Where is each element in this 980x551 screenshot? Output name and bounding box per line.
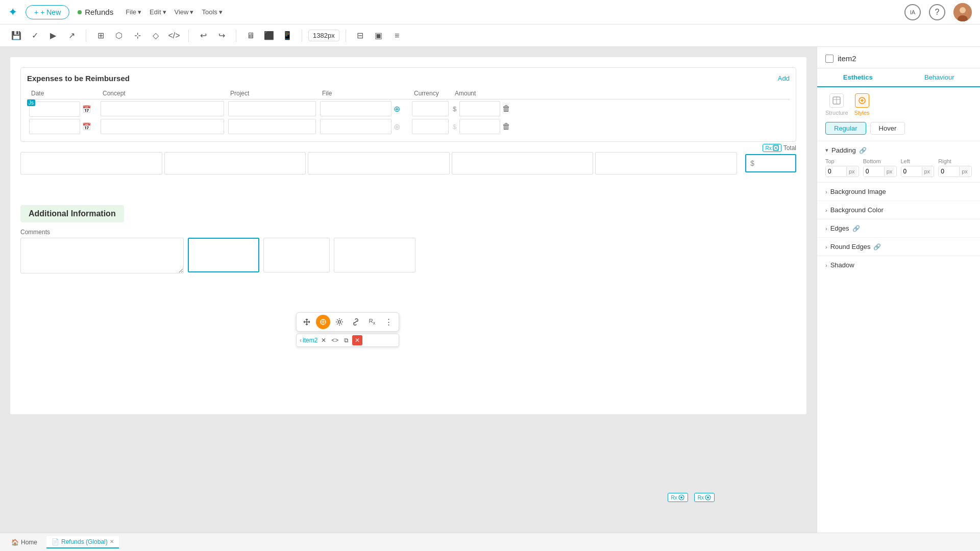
view-menu[interactable]: View ▾ bbox=[175, 8, 194, 16]
ia-button[interactable]: IA bbox=[904, 4, 921, 20]
file-icon-1[interactable]: ⊕ bbox=[394, 104, 400, 114]
item2-checkbox[interactable] bbox=[825, 55, 834, 63]
date-cell: Js 📅 bbox=[27, 99, 99, 118]
logo[interactable]: ✦ bbox=[8, 6, 17, 19]
col-box-3 bbox=[308, 152, 450, 174]
file-menu[interactable]: File ▾ bbox=[126, 8, 141, 16]
item2-code-button[interactable]: <> bbox=[330, 335, 340, 345]
layers-button[interactable]: ⬡ bbox=[111, 28, 127, 44]
padding-header[interactable]: ▾ Padding 🔗 bbox=[825, 146, 972, 154]
regular-state-button[interactable]: Regular bbox=[825, 122, 866, 135]
calendar-icon-2[interactable]: 📅 bbox=[82, 122, 91, 131]
project-cell-2 bbox=[226, 118, 318, 135]
padding-bottom-input[interactable] bbox=[864, 166, 884, 177]
round-edges-section[interactable]: › Round Edges 🔗 bbox=[817, 237, 980, 256]
align-button[interactable]: ≡ bbox=[389, 28, 405, 44]
total-value-box[interactable]: $ bbox=[745, 154, 796, 172]
refunds-global-tab[interactable]: 📄 Refunds (Global) ✕ bbox=[46, 536, 119, 548]
file-input-2[interactable] bbox=[320, 119, 391, 134]
shadow-section[interactable]: › Shadow bbox=[817, 256, 980, 274]
esthetics-label: Esthetics bbox=[843, 73, 873, 81]
check-button[interactable]: ✓ bbox=[27, 28, 43, 44]
tab-esthetics[interactable]: Esthetics bbox=[817, 68, 899, 87]
file-icon-2[interactable]: ⊕ bbox=[394, 122, 400, 132]
date-input-1[interactable] bbox=[29, 102, 80, 117]
responsive-button[interactable]: ▣ bbox=[371, 28, 387, 44]
behaviour-label: Behaviour bbox=[924, 73, 954, 81]
item2-close-button[interactable]: ✕ bbox=[352, 335, 362, 345]
delete-row-1[interactable]: 🗑 bbox=[502, 104, 510, 113]
currency-input-1[interactable] bbox=[412, 101, 449, 116]
user-avatar[interactable] bbox=[953, 3, 972, 21]
variables-button[interactable]: ⊹ bbox=[129, 28, 145, 44]
undo-button[interactable]: ↩ bbox=[195, 28, 211, 44]
desktop-view-button[interactable]: 🖥 bbox=[242, 28, 259, 44]
col-box-2 bbox=[164, 152, 306, 174]
structure-tab-button[interactable]: Structure bbox=[825, 93, 848, 116]
amount-input-2[interactable] bbox=[459, 119, 500, 134]
project-input-2[interactable] bbox=[228, 119, 316, 134]
home-label: Home bbox=[21, 539, 37, 546]
link-tool-button[interactable] bbox=[349, 315, 363, 329]
comments-textarea[interactable] bbox=[20, 238, 184, 273]
close-tab-button[interactable]: ✕ bbox=[110, 539, 114, 544]
currency-input-2[interactable] bbox=[412, 119, 449, 134]
dollar-sign-1: $ bbox=[453, 105, 456, 113]
padding-top-input[interactable] bbox=[826, 166, 846, 177]
logic-button[interactable]: ◇ bbox=[148, 28, 164, 44]
rx-badge-2: Rx bbox=[694, 493, 715, 502]
edit-menu[interactable]: Edit ▾ bbox=[150, 8, 166, 16]
concept-input-1[interactable] bbox=[101, 101, 224, 116]
style-tool-button[interactable] bbox=[316, 315, 330, 329]
question-icon: ? bbox=[935, 8, 940, 17]
mobile-view-button[interactable]: 📱 bbox=[279, 28, 296, 44]
settings-tool-button[interactable] bbox=[332, 315, 347, 329]
table-header-row: Date Concept Project File Currency Amoun… bbox=[27, 88, 790, 99]
padding-right-input[interactable] bbox=[939, 166, 959, 177]
edges-section[interactable]: › Edges 🔗 bbox=[817, 219, 980, 237]
grid-button[interactable]: ⊟ bbox=[352, 28, 369, 44]
background-image-label: Background Image bbox=[830, 188, 886, 195]
export-button[interactable]: ↗ bbox=[63, 28, 80, 44]
move-tool-button[interactable] bbox=[300, 315, 314, 329]
home-tab[interactable]: 🏠 Home bbox=[6, 537, 42, 548]
right-panel: item2 Esthetics Behaviour Structure Styl… bbox=[817, 47, 980, 533]
canvas[interactable]: Expenses to be Reimbursed Add Date Conce… bbox=[0, 47, 817, 533]
save-button[interactable]: 💾 bbox=[8, 28, 24, 44]
help-button[interactable]: ? bbox=[929, 4, 945, 20]
styles-tab-button[interactable]: Styles bbox=[854, 93, 870, 116]
components-button[interactable]: ⊞ bbox=[92, 28, 109, 44]
concept-input-2[interactable] bbox=[101, 119, 224, 134]
add-link[interactable]: Add bbox=[778, 74, 790, 82]
date-input-2[interactable] bbox=[29, 119, 80, 134]
delete-row-2[interactable]: 🗑 bbox=[502, 122, 510, 131]
tools-menu[interactable]: Tools ▾ bbox=[202, 8, 222, 16]
amount-input-1[interactable] bbox=[459, 101, 500, 116]
code-button[interactable]: </> bbox=[166, 28, 182, 44]
redo-button[interactable]: ↪ bbox=[213, 28, 230, 44]
item2-label-row: ‹ item2 ✕ <> ⧉ ✕ bbox=[296, 334, 399, 347]
item2-x-button[interactable]: ✕ bbox=[318, 335, 329, 345]
rx-tool-button[interactable]: Rx bbox=[365, 315, 379, 329]
padding-left-input[interactable] bbox=[901, 166, 922, 177]
chevron-right-icon: › bbox=[825, 262, 827, 268]
rx-icon: Rx bbox=[765, 145, 771, 151]
hover-state-button[interactable]: Hover bbox=[870, 122, 905, 135]
comments-label: Comments bbox=[20, 229, 796, 236]
project-input-1[interactable] bbox=[228, 101, 316, 116]
item2-copy-button[interactable]: ⧉ bbox=[341, 335, 351, 345]
play-button[interactable]: ▶ bbox=[45, 28, 61, 44]
more-tool-button[interactable]: ⋮ bbox=[381, 315, 396, 329]
col-concept: Concept bbox=[99, 88, 226, 99]
background-image-section[interactable]: › Background Image bbox=[817, 182, 980, 201]
calendar-icon[interactable]: 📅 bbox=[82, 105, 91, 113]
rx-badges-bottom: Rx Rx bbox=[668, 493, 715, 502]
new-button[interactable]: + + New bbox=[26, 5, 69, 19]
item2-box[interactable] bbox=[188, 238, 259, 272]
file-input-1[interactable] bbox=[320, 101, 391, 116]
top-nav: ✦ + + New Refunds File ▾ Edit ▾ View ▾ T… bbox=[0, 0, 980, 24]
tablet-view-button[interactable]: ⬛ bbox=[261, 28, 277, 44]
padding-top-input-row: px bbox=[825, 166, 859, 177]
background-color-section[interactable]: › Background Color bbox=[817, 201, 980, 219]
tab-behaviour[interactable]: Behaviour bbox=[899, 68, 981, 86]
